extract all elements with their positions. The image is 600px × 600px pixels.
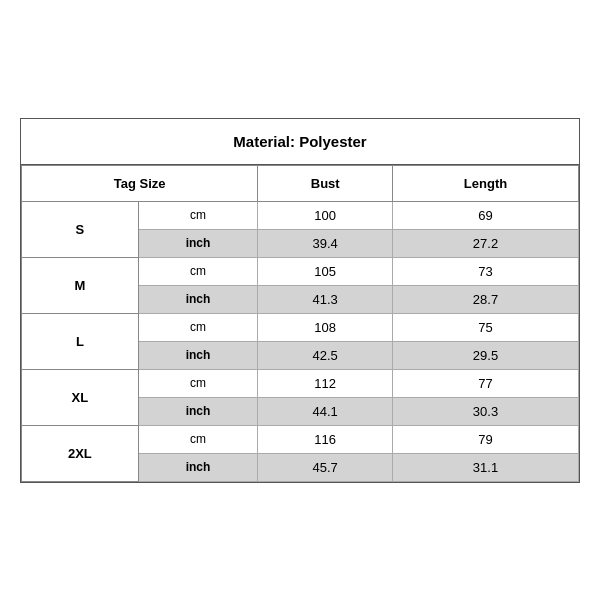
unit-inch: inch <box>138 285 258 313</box>
size-label-xl: XL <box>22 369 139 425</box>
size-table: Tag Size Bust Length Scm10069inch39.427.… <box>21 165 579 482</box>
length-cm: 79 <box>393 425 579 453</box>
bust-inch: 44.1 <box>258 397 393 425</box>
size-chart-container: Material: Polyester Tag Size Bust Length… <box>20 118 580 483</box>
bust-inch: 39.4 <box>258 229 393 257</box>
table-row: Mcm10573 <box>22 257 579 285</box>
unit-cm: cm <box>138 257 258 285</box>
length-inch: 30.3 <box>393 397 579 425</box>
header-tag-size: Tag Size <box>22 165 258 201</box>
header-length: Length <box>393 165 579 201</box>
unit-cm: cm <box>138 369 258 397</box>
bust-cm: 108 <box>258 313 393 341</box>
table-row: Scm10069 <box>22 201 579 229</box>
unit-inch: inch <box>138 397 258 425</box>
length-cm: 69 <box>393 201 579 229</box>
size-label-m: M <box>22 257 139 313</box>
chart-title: Material: Polyester <box>21 119 579 165</box>
bust-inch: 42.5 <box>258 341 393 369</box>
bust-inch: 41.3 <box>258 285 393 313</box>
unit-inch: inch <box>138 229 258 257</box>
size-label-2xl: 2XL <box>22 425 139 481</box>
length-cm: 73 <box>393 257 579 285</box>
unit-cm: cm <box>138 425 258 453</box>
unit-inch: inch <box>138 453 258 481</box>
size-label-s: S <box>22 201 139 257</box>
bust-cm: 100 <box>258 201 393 229</box>
length-inch: 29.5 <box>393 341 579 369</box>
bust-cm: 105 <box>258 257 393 285</box>
table-row: 2XLcm11679 <box>22 425 579 453</box>
unit-cm: cm <box>138 313 258 341</box>
length-inch: 27.2 <box>393 229 579 257</box>
table-row: Lcm10875 <box>22 313 579 341</box>
size-label-l: L <box>22 313 139 369</box>
bust-cm: 112 <box>258 369 393 397</box>
header-bust: Bust <box>258 165 393 201</box>
unit-cm: cm <box>138 201 258 229</box>
unit-inch: inch <box>138 341 258 369</box>
length-cm: 75 <box>393 313 579 341</box>
length-inch: 28.7 <box>393 285 579 313</box>
length-cm: 77 <box>393 369 579 397</box>
bust-inch: 45.7 <box>258 453 393 481</box>
length-inch: 31.1 <box>393 453 579 481</box>
table-row: XLcm11277 <box>22 369 579 397</box>
bust-cm: 116 <box>258 425 393 453</box>
